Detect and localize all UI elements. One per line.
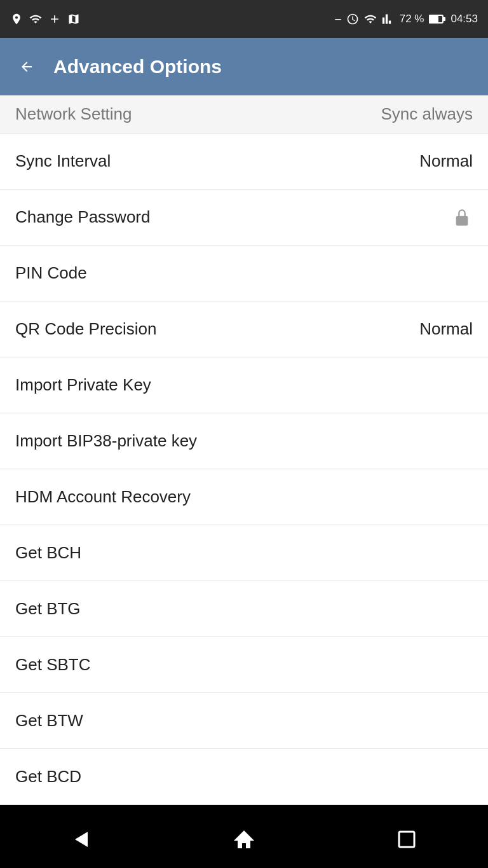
lock-icon [451,205,473,230]
svg-marker-4 [75,832,88,847]
add-icon [48,13,61,25]
list-item-sync-interval[interactable]: Sync Interval Normal [0,134,488,189]
maps-icon [67,13,80,25]
list-item-get-bcd[interactable]: Get BCD [0,749,488,805]
minimize-icon: – [335,13,341,25]
clock-icon [346,13,359,25]
time-display: 04:53 [451,13,478,25]
status-bar-right: – 72 % 04:53 [335,13,478,25]
list-item-import-bip38[interactable]: Import BIP38-private key [0,413,488,469]
list-item-pin-code[interactable]: PIN Code [0,245,488,301]
status-bar-left [10,13,80,25]
get-bcd-label: Get BCD [15,767,81,787]
status-bar: – 72 % 04:53 [0,0,488,38]
get-sbtc-label: Get SBTC [15,655,90,675]
wifi-status-icon [364,13,377,25]
list-item-get-bch[interactable]: Get BCH [0,525,488,581]
back-button[interactable] [13,53,41,81]
nav-home-button[interactable] [219,820,269,858]
page-title: Advanced Options [53,56,222,78]
import-private-key-label: Import Private Key [15,375,151,395]
svg-rect-6 [399,832,414,847]
list-item-import-private-key[interactable]: Import Private Key [0,357,488,413]
battery-icon [429,14,445,24]
nav-bar [0,811,488,868]
signal-icon [382,13,395,25]
list-item-qr-code-precision[interactable]: QR Code Precision Normal [0,301,488,357]
get-btg-label: Get BTG [15,599,81,619]
nav-recents-button[interactable] [381,820,432,858]
list-item-get-btw[interactable]: Get BTW [0,693,488,749]
import-bip38-label: Import BIP38-private key [15,431,197,451]
network-setting-label: Network Setting [15,104,132,124]
network-setting-value: Sync always [381,104,473,124]
hdm-recovery-label: HDM Account Recovery [15,487,191,507]
get-bch-label: Get BCH [15,543,81,563]
list-item-network-setting[interactable]: Network Setting Sync always [0,95,488,134]
qr-code-precision-value: Normal [419,319,473,339]
list-item-get-btg[interactable]: Get BTG [0,581,488,637]
get-btw-label: Get BTW [15,711,83,731]
sync-interval-value: Normal [419,151,473,171]
svg-rect-2 [443,17,445,21]
app-bar: Advanced Options [0,38,488,95]
location-icon [10,13,23,25]
battery-level: 72 % [400,13,424,25]
sync-interval-label: Sync Interval [15,151,111,171]
list-item-hdm-recovery[interactable]: HDM Account Recovery [0,469,488,525]
settings-list: Network Setting Sync always Sync Interva… [0,95,488,805]
wifi-icon [29,13,42,25]
nav-back-button[interactable] [56,820,107,858]
svg-marker-5 [234,830,254,848]
pin-code-label: PIN Code [15,263,87,283]
change-password-label: Change Password [15,207,150,227]
svg-rect-1 [430,16,438,22]
qr-code-precision-label: QR Code Precision [15,319,157,339]
list-item-get-sbtc[interactable]: Get SBTC [0,637,488,693]
svg-rect-3 [456,216,468,225]
list-item-change-password[interactable]: Change Password [0,189,488,245]
